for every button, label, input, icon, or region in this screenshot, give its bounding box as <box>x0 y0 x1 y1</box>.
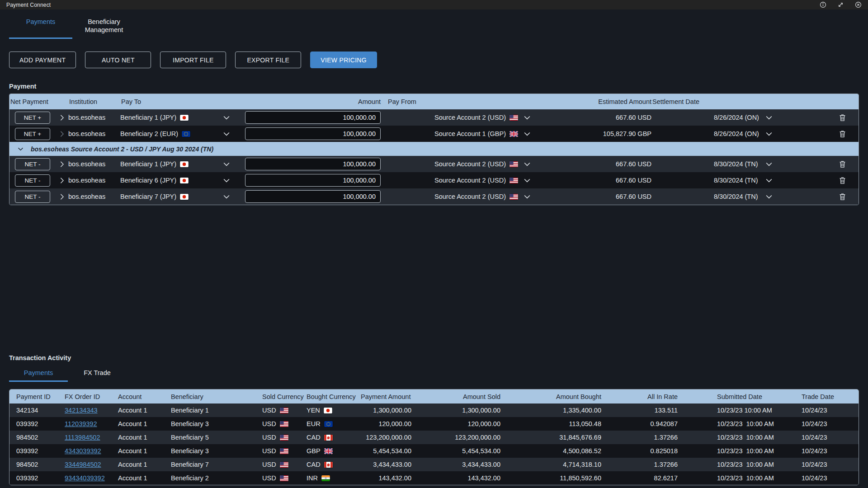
amount-input[interactable] <box>245 158 381 170</box>
flag-ca-icon <box>324 435 333 441</box>
payment-table: Net Payment Institution Pay To Amount Pa… <box>9 94 859 205</box>
col-beneficiary: Beneficiary <box>171 393 262 400</box>
close-icon[interactable] <box>855 1 862 8</box>
delete-icon[interactable] <box>838 129 847 138</box>
account-cell: Account 1 <box>118 447 171 455</box>
amount-input[interactable] <box>245 111 381 124</box>
col-settlement-date: Settlement Date <box>651 98 764 105</box>
col-all-in-rate: All In Rate <box>601 393 678 400</box>
net-toggle-button[interactable]: NET - <box>15 174 50 187</box>
delete-icon[interactable] <box>838 176 847 185</box>
payment-table-header: Net Payment Institution Pay To Amount Pa… <box>9 94 859 109</box>
net-toggle-button[interactable]: NET + <box>15 128 50 140</box>
pay-to-dropdown-icon[interactable] <box>222 160 231 169</box>
pay-from-dropdown-icon[interactable] <box>523 160 532 169</box>
amount-bought-cell: 1,335,400.00 <box>500 407 601 414</box>
all-in-rate-cell: 0.825018 <box>601 447 678 455</box>
col-net-payment: Net Payment <box>9 98 68 105</box>
expand-row-icon[interactable] <box>58 177 66 184</box>
settlement-dropdown-icon[interactable] <box>764 129 774 138</box>
import-file-button[interactable]: IMPORT FILE <box>160 52 226 68</box>
net-toggle-button[interactable]: NET - <box>15 158 50 170</box>
action-buttons: ADD PAYMENT AUTO NET IMPORT FILE EXPORT … <box>9 52 859 68</box>
amount-bought-cell: 113,050.48 <box>500 420 601 427</box>
settlement-dropdown-icon[interactable] <box>764 113 774 122</box>
main-tabs: Payments Beneficiary Management <box>9 15 859 39</box>
amount-sold-cell: 143,432.00 <box>411 474 500 482</box>
settlement-dropdown-icon[interactable] <box>764 192 774 201</box>
txn-tab-fx-trade[interactable]: FX Trade <box>68 366 127 382</box>
transaction-table: Payment ID FX Order ID Account Beneficia… <box>9 389 859 485</box>
tab-beneficiary-management[interactable]: Beneficiary Management <box>72 15 136 39</box>
flag-jp-icon <box>180 178 189 183</box>
pay-to-dropdown-icon[interactable] <box>222 192 231 201</box>
collapse-group-icon[interactable] <box>17 145 24 153</box>
fx-order-link[interactable]: 342134343 <box>65 407 98 414</box>
sold-currency-cell: USD <box>262 474 276 482</box>
auto-net-button[interactable]: AUTO NET <box>85 52 151 68</box>
pay-to-value: Beneficiary 2 (EUR) <box>120 130 178 137</box>
expand-row-icon[interactable] <box>58 130 66 138</box>
flag-gb-icon <box>324 448 333 454</box>
add-payment-button[interactable]: ADD PAYMENT <box>9 52 76 68</box>
trade-date-cell: 10/24/23 <box>792 474 859 482</box>
delete-icon[interactable] <box>838 113 847 122</box>
pay-from-value: Source Account 2 (USD) <box>434 114 506 121</box>
pay-to-dropdown-icon[interactable] <box>222 129 231 138</box>
settlement-dropdown-icon[interactable] <box>764 176 774 185</box>
flag-gb-icon <box>509 131 518 137</box>
export-file-button[interactable]: EXPORT FILE <box>235 52 301 68</box>
all-in-rate-cell: 133.511 <box>601 407 678 414</box>
titlebar: Payment Connect <box>0 0 868 9</box>
fx-order-link[interactable]: 3344984502 <box>65 461 101 468</box>
group-row: bos.esoheas Source Account 2 - USD / JPY… <box>9 142 859 156</box>
flag-in-icon <box>321 475 330 481</box>
institution-cell: bos.esoheas <box>68 193 120 200</box>
pay-from-dropdown-icon[interactable] <box>523 192 532 201</box>
txn-tab-payments[interactable]: Payments <box>9 366 68 382</box>
pay-to-dropdown-icon[interactable] <box>222 176 231 185</box>
amount-input[interactable] <box>245 174 381 187</box>
expand-icon[interactable] <box>837 1 844 8</box>
trade-date-cell: 10/24/23 <box>792 420 859 427</box>
payment-section-title: Payment <box>9 83 859 90</box>
col-sold-currency: Sold Currency <box>262 393 307 400</box>
amount-bought-cell: 4,500,086.52 <box>500 447 601 455</box>
fx-order-link[interactable]: 93434039392 <box>65 474 105 482</box>
tab-payments[interactable]: Payments <box>9 15 72 39</box>
net-toggle-button[interactable]: NET - <box>15 191 50 203</box>
net-toggle-button[interactable]: NET + <box>15 112 50 124</box>
pay-from-dropdown-icon[interactable] <box>523 129 532 138</box>
fx-order-link[interactable]: 112039392 <box>65 420 97 427</box>
trade-date-cell: 10/24/23 <box>792 461 859 468</box>
flag-eu-icon <box>182 131 190 137</box>
col-payment-amount: Payment Amount <box>361 393 411 400</box>
payment-row: NET +bos.esoheasBeneficiary 1 (JPY)Sourc… <box>9 109 859 126</box>
pay-from-dropdown-icon[interactable] <box>523 176 532 185</box>
fx-order-link[interactable]: 1113984502 <box>65 434 100 441</box>
delete-icon[interactable] <box>838 192 847 201</box>
institution-cell: bos.esoheas <box>68 130 120 137</box>
bought-currency-cell: CAD <box>307 461 321 468</box>
fx-order-link[interactable]: 4343039392 <box>65 447 101 455</box>
trade-date-cell: 10/24/23 <box>792 407 859 414</box>
payment-amount-cell: 5,454,534.00 <box>361 447 411 455</box>
expand-row-icon[interactable] <box>58 160 66 168</box>
sold-currency-cell: USD <box>262 420 276 427</box>
col-account: Account <box>118 393 171 400</box>
info-icon[interactable] <box>820 1 826 8</box>
account-cell: Account 1 <box>118 474 171 482</box>
expand-row-icon[interactable] <box>58 193 66 201</box>
settlement-dropdown-icon[interactable] <box>764 160 774 169</box>
delete-icon[interactable] <box>838 160 847 169</box>
amount-input[interactable] <box>245 190 381 203</box>
bought-currency-cell: GBP <box>307 447 321 455</box>
flag-jp-icon <box>180 161 189 167</box>
pay-to-dropdown-icon[interactable] <box>222 113 231 122</box>
expand-row-icon[interactable] <box>58 114 66 122</box>
pay-from-dropdown-icon[interactable] <box>523 113 532 122</box>
amount-input[interactable] <box>245 127 381 140</box>
flag-us-icon <box>509 115 518 121</box>
view-pricing-button[interactable]: VIEW PRICING <box>310 52 377 68</box>
transaction-row: 9845021113984502Account 1Beneficiary 5US… <box>9 431 859 444</box>
